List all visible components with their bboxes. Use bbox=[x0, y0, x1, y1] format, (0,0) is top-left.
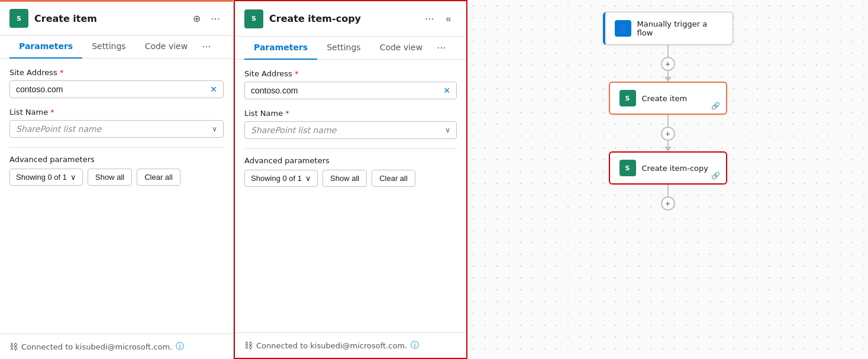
trigger-node[interactable]: 👤 Manually trigger a flow bbox=[603, 12, 733, 45]
left-more-button[interactable]: ⋯ bbox=[207, 10, 224, 27]
create-item-node-label: Create item bbox=[642, 94, 717, 103]
right-tab-more[interactable]: ··· bbox=[432, 37, 450, 60]
left-advanced-section: Advanced parameters Showing 0 of 1 ∨ Sho… bbox=[9, 155, 224, 186]
flow-container: 👤 Manually trigger a flow + S Create ite… bbox=[603, 12, 733, 211]
right-site-address-input[interactable] bbox=[251, 86, 440, 95]
left-showing-chevron: ∨ bbox=[70, 173, 76, 182]
right-clear-all-button[interactable]: Clear all bbox=[372, 170, 415, 187]
create-copy-node-label: Create item-copy bbox=[642, 164, 717, 173]
right-showing-dropdown[interactable]: Showing 0 of 1 ∨ bbox=[244, 170, 318, 187]
left-showing-dropdown[interactable]: Showing 0 of 1 ∨ bbox=[9, 169, 83, 186]
left-panel-action-icon: S bbox=[9, 9, 28, 28]
right-panel-title: Create item-copy bbox=[269, 13, 415, 24]
right-list-chevron-icon: ∨ bbox=[445, 126, 450, 134]
right-site-address-clear[interactable]: ✕ bbox=[443, 86, 450, 95]
right-list-name-select[interactable]: SharePoint list name ∨ bbox=[244, 121, 457, 139]
more-icon: ⋯ bbox=[211, 13, 220, 24]
left-site-address-clear[interactable]: ✕ bbox=[210, 85, 217, 94]
left-tab-parameters[interactable]: Parameters bbox=[9, 35, 82, 59]
left-list-name-label: List Name * bbox=[9, 108, 224, 117]
connector-line-2 bbox=[667, 115, 669, 127]
right-more-button[interactable]: ⋯ bbox=[421, 11, 438, 27]
left-site-address-required: * bbox=[60, 68, 64, 77]
right-tab-settings[interactable]: Settings bbox=[317, 37, 370, 60]
connector-3: + bbox=[661, 185, 675, 211]
create-item-link-icon: 🔗 bbox=[711, 102, 720, 110]
left-panel-header: S Create item ⊕ ⋯ bbox=[0, 0, 233, 35]
right-site-address-group: Site Address * ✕ bbox=[244, 69, 457, 99]
right-collapse-button[interactable]: « bbox=[440, 11, 457, 27]
right-tab-codeview[interactable]: Code view bbox=[370, 37, 433, 60]
right-list-name-group: List Name * SharePoint list name ∨ bbox=[244, 109, 457, 139]
add-step-button-2[interactable]: + bbox=[661, 127, 675, 141]
create-item-node[interactable]: S Create item 🔗 bbox=[609, 82, 727, 115]
left-list-chevron-icon: ∨ bbox=[212, 125, 217, 133]
right-more-icon: ⋯ bbox=[425, 13, 434, 24]
left-list-name-required: * bbox=[50, 108, 54, 117]
right-advanced-section: Advanced parameters Showing 0 of 1 ∨ Sho… bbox=[244, 156, 457, 187]
right-showing-text: Showing 0 of 1 bbox=[251, 174, 302, 183]
left-site-address-input-wrapper[interactable]: ✕ bbox=[9, 80, 224, 98]
left-advanced-label: Advanced parameters bbox=[9, 155, 224, 164]
left-panel-content: Site Address * ✕ List Name * SharePoint … bbox=[0, 59, 233, 334]
right-info-icon[interactable]: ⓘ bbox=[411, 340, 419, 351]
right-panel-header: S Create item-copy ⋯ « bbox=[235, 1, 466, 37]
left-clear-all-button[interactable]: Clear all bbox=[137, 169, 180, 186]
left-info-icon[interactable]: ⓘ bbox=[176, 341, 184, 352]
right-advanced-controls: Showing 0 of 1 ∨ Show all Clear all bbox=[244, 170, 457, 187]
left-connection-icon: ⛓ bbox=[9, 342, 18, 351]
right-show-all-button[interactable]: Show all bbox=[322, 170, 367, 187]
right-site-address-label: Site Address * bbox=[244, 69, 457, 78]
trigger-node-label: Manually trigger a flow bbox=[637, 20, 723, 37]
left-panel: S Create item ⊕ ⋯ Parameters Settings Co… bbox=[0, 0, 234, 359]
left-showing-text: Showing 0 of 1 bbox=[16, 173, 67, 182]
right-panel-content: Site Address * ✕ List Name * SharePoint … bbox=[235, 60, 466, 332]
flow-canvas: 👤 Manually trigger a flow + S Create ite… bbox=[467, 0, 868, 359]
right-tab-parameters[interactable]: Parameters bbox=[244, 37, 317, 60]
left-advanced-controls: Showing 0 of 1 ∨ Show all Clear all bbox=[9, 169, 224, 186]
right-connection-footer: ⛓ Connected to kisubedi@microsoft.com. ⓘ bbox=[235, 332, 466, 358]
create-item-icon-letter: S bbox=[625, 95, 630, 102]
right-site-address-input-wrapper[interactable]: ✕ bbox=[244, 82, 457, 99]
trigger-node-icon: 👤 bbox=[615, 20, 631, 37]
left-tab-settings[interactable]: Settings bbox=[82, 35, 135, 59]
left-connection-text: Connected to kisubedi@microsoft.com. bbox=[21, 342, 172, 351]
right-showing-chevron: ∨ bbox=[305, 174, 311, 183]
right-divider bbox=[244, 148, 457, 149]
add-step-button-1[interactable]: + bbox=[661, 57, 675, 71]
left-tab-more[interactable]: ··· bbox=[197, 35, 215, 59]
create-copy-link-icon: 🔗 bbox=[711, 172, 720, 180]
left-header-actions: ⊕ ⋯ bbox=[188, 10, 224, 27]
right-collapse-icon: « bbox=[446, 14, 451, 24]
left-divider bbox=[9, 147, 224, 148]
right-list-name-placeholder: SharePoint list name bbox=[251, 125, 441, 135]
right-panel-tabs: Parameters Settings Code view ··· bbox=[235, 37, 466, 60]
right-list-name-required: * bbox=[285, 109, 289, 118]
left-site-address-group: Site Address * ✕ bbox=[9, 68, 224, 98]
left-list-name-select[interactable]: SharePoint list name ∨ bbox=[9, 120, 224, 138]
right-connection-text: Connected to kisubedi@microsoft.com. bbox=[256, 341, 407, 350]
right-header-actions: ⋯ « bbox=[421, 11, 457, 27]
left-pin-button[interactable]: ⊕ bbox=[188, 10, 205, 27]
right-connection-icon: ⛓ bbox=[244, 341, 253, 350]
left-site-address-input[interactable] bbox=[16, 85, 206, 94]
left-icon-letter: S bbox=[17, 15, 21, 22]
add-step-button-3[interactable]: + bbox=[661, 196, 675, 211]
arrow-2 bbox=[664, 147, 672, 151]
right-advanced-label: Advanced parameters bbox=[244, 156, 457, 165]
left-connection-footer: ⛓ Connected to kisubedi@microsoft.com. ⓘ bbox=[0, 334, 233, 359]
right-panel-action-icon: S bbox=[244, 9, 263, 28]
left-tab-codeview[interactable]: Code view bbox=[135, 35, 198, 59]
connector-2: + bbox=[661, 115, 675, 151]
create-copy-node[interactable]: S Create item-copy 🔗 bbox=[609, 151, 727, 185]
left-list-name-group: List Name * SharePoint list name ∨ bbox=[9, 108, 224, 138]
connector-1: + bbox=[661, 45, 675, 82]
connector-line-1b bbox=[667, 71, 669, 77]
right-list-name-label: List Name * bbox=[244, 109, 457, 118]
left-show-all-button[interactable]: Show all bbox=[88, 169, 132, 186]
create-copy-icon-letter: S bbox=[625, 164, 630, 172]
left-site-address-label: Site Address * bbox=[9, 68, 224, 77]
left-panel-title: Create item bbox=[34, 13, 182, 24]
left-list-name-placeholder: SharePoint list name bbox=[16, 124, 208, 134]
pin-icon: ⊕ bbox=[193, 13, 201, 24]
